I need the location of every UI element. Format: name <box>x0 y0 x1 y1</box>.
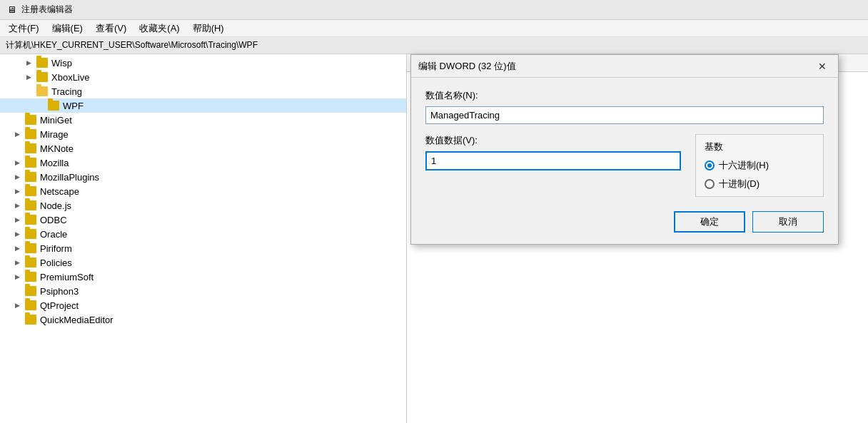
tree-item-label: Mirage <box>40 129 69 140</box>
radio-group: 十六进制(H) 十进制(D) <box>705 159 814 190</box>
tree-item[interactable]: ▶MozillaPlugins <box>0 170 406 184</box>
tree-item-label: Wisp <box>51 58 72 68</box>
dialog-title: 编辑 DWORD (32 位)值 <box>418 60 516 73</box>
menu-item-文件[interactable]: 文件(F) <box>3 21 45 36</box>
menu-item-帮助[interactable]: 帮助(H) <box>187 21 230 36</box>
value-input[interactable] <box>425 151 681 170</box>
tree-expander-icon[interactable] <box>11 314 23 325</box>
tree-item-label: XboxLive <box>51 72 89 83</box>
tree-item-label: QuickMediaEditor <box>40 315 113 325</box>
tree-expander-icon[interactable]: ▶ <box>11 214 23 225</box>
tree-item[interactable]: ▶Wisp <box>0 56 406 70</box>
folder-icon <box>25 215 36 225</box>
folder-icon <box>25 115 36 125</box>
value-section: 数值数据(V): <box>425 134 681 197</box>
tree-expander-icon[interactable]: ▶ <box>11 171 23 183</box>
folder-icon <box>25 200 36 210</box>
tree-expander-icon[interactable]: ▶ <box>11 243 23 254</box>
radio-dec-circle <box>705 179 715 189</box>
radio-hex-circle <box>705 160 715 170</box>
tree-expander-icon[interactable] <box>34 100 46 111</box>
tree-expander-icon[interactable]: ▶ <box>11 200 23 211</box>
folder-icon <box>25 272 36 282</box>
dialog-close-button[interactable]: ✕ <box>814 58 831 75</box>
tree-expander-icon[interactable]: ▶ <box>23 71 34 83</box>
tree-panel: ▶Wisp▶XboxLiveTracingWPFMiniGet▶MirageMK… <box>0 54 407 423</box>
tree-expander-icon[interactable]: ▶ <box>11 128 23 140</box>
tree-item[interactable]: ▶Netscape <box>0 184 406 198</box>
tree-expander-icon[interactable]: ▶ <box>11 300 23 311</box>
folder-icon <box>36 58 48 68</box>
tree-item[interactable]: ▶Piriform <box>0 241 406 255</box>
tree-expander-icon[interactable]: ▶ <box>11 271 23 282</box>
folder-icon <box>36 86 48 96</box>
tree-expander-icon[interactable]: ▶ <box>23 57 34 68</box>
menu-item-收藏夹[interactable]: 收藏夹(A) <box>133 21 185 36</box>
base-section: 基数 十六进制(H) 十进制(D) <box>695 134 824 197</box>
tree-item-label: Node.js <box>40 200 71 211</box>
folder-icon <box>25 243 36 253</box>
tree-item-label: Policies <box>40 258 72 268</box>
tree-item-label: Piriform <box>40 243 72 254</box>
tree-item[interactable]: ▶Oracle <box>0 227 406 241</box>
folder-icon <box>25 186 36 196</box>
edit-dword-dialog: 编辑 DWORD (32 位)值 ✕ 数值名称(N): 数值数据(V): 基数 … <box>410 54 839 245</box>
dialog-bottom-section: 数值数据(V): 基数 十六进制(H) 十进制(D) <box>425 134 824 197</box>
app-icon: 🖥 <box>6 4 17 16</box>
tree-expander-icon[interactable] <box>11 143 23 154</box>
tree-item[interactable]: ▶Policies <box>0 255 406 270</box>
dialog-buttons: 确定 取消 <box>425 208 824 233</box>
tree-item[interactable]: WPF <box>0 98 406 113</box>
tree-item[interactable]: ▶Node.js <box>0 198 406 213</box>
value-label: 数值数据(V): <box>425 134 681 147</box>
folder-icon <box>25 286 36 296</box>
tree-content[interactable]: ▶Wisp▶XboxLiveTracingWPFMiniGet▶MirageMK… <box>0 54 406 423</box>
tree-item-label: Tracing <box>51 86 82 97</box>
tree-item[interactable]: ▶Mozilla <box>0 156 406 170</box>
tree-item[interactable]: ▶ODBC <box>0 213 406 227</box>
tree-expander-icon[interactable]: ▶ <box>11 257 23 268</box>
tree-expander-icon[interactable]: ▶ <box>11 157 23 168</box>
tree-item[interactable]: ▶XboxLive <box>0 70 406 84</box>
tree-item-label: Oracle <box>40 229 67 240</box>
tree-item-label: MozillaPlugins <box>40 172 99 183</box>
tree-item-label: WPF <box>63 101 84 111</box>
radio-hex[interactable]: 十六进制(H) <box>705 159 814 172</box>
tree-item[interactable]: ▶Mirage <box>0 127 406 141</box>
folder-icon <box>48 101 59 111</box>
menu-item-查看[interactable]: 查看(V) <box>90 21 132 36</box>
folder-icon <box>25 258 36 267</box>
tree-item[interactable]: Psiphon3 <box>0 284 406 298</box>
tree-expander-icon[interactable]: ▶ <box>11 185 23 197</box>
dialog-body: 数值名称(N): 数值数据(V): 基数 十六进制(H) 十进制(D) <box>411 78 838 244</box>
tree-item[interactable]: Tracing <box>0 84 406 98</box>
tree-item-label: QtProject <box>40 300 79 311</box>
tree-item-label: Psiphon3 <box>40 286 79 297</box>
folder-icon <box>25 315 36 325</box>
tree-item-label: MiniGet <box>40 115 72 126</box>
tree-item[interactable]: MKNote <box>0 141 406 156</box>
folder-icon <box>25 129 36 139</box>
confirm-button[interactable]: 确定 <box>674 211 745 233</box>
tree-expander-icon[interactable] <box>23 86 34 97</box>
tree-item[interactable]: ▶PremiumSoft <box>0 270 406 284</box>
radio-dec[interactable]: 十进制(D) <box>705 178 814 190</box>
folder-icon <box>25 300 36 310</box>
radio-dec-label: 十进制(D) <box>719 178 760 190</box>
folder-icon <box>25 158 36 168</box>
folder-icon <box>25 143 36 153</box>
tree-item[interactable]: MiniGet <box>0 113 406 127</box>
tree-expander-icon[interactable]: ▶ <box>11 228 23 240</box>
breadcrumb-path: 计算机\HKEY_CURRENT_USER\Software\Microsoft… <box>6 39 258 51</box>
dialog-title-bar: 编辑 DWORD (32 位)值 ✕ <box>411 55 838 78</box>
name-label: 数值名称(N): <box>425 89 824 102</box>
tree-expander-icon[interactable] <box>11 114 23 126</box>
title-bar: 🖥 注册表编辑器 <box>0 0 868 20</box>
breadcrumb: 计算机\HKEY_CURRENT_USER\Software\Microsoft… <box>0 37 868 54</box>
name-input[interactable] <box>425 106 824 124</box>
tree-expander-icon[interactable] <box>11 285 23 297</box>
tree-item[interactable]: ▶QtProject <box>0 298 406 312</box>
menu-item-编辑[interactable]: 编辑(E) <box>46 21 89 36</box>
tree-item[interactable]: QuickMediaEditor <box>0 312 406 327</box>
cancel-button[interactable]: 取消 <box>752 211 824 233</box>
